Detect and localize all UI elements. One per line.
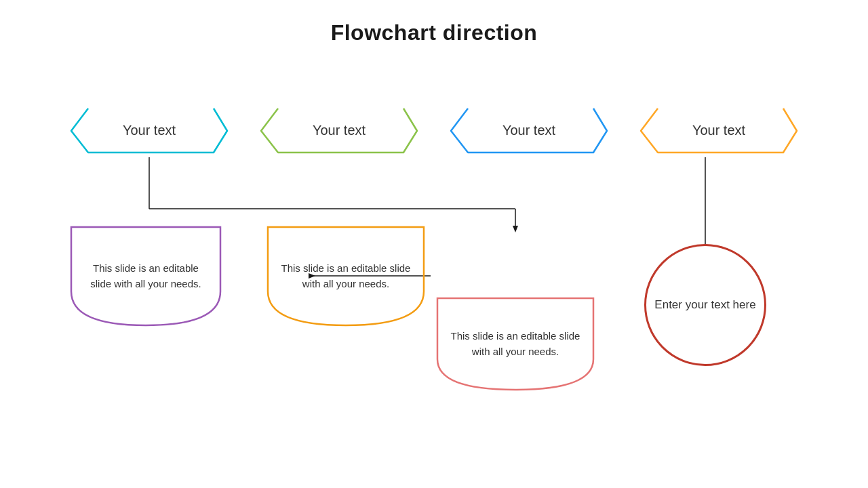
top-row: Your text Your text Your text Your text	[68, 105, 827, 156]
circle-label: Enter your text here	[654, 298, 755, 312]
arrow-label-4: Your text	[692, 123, 745, 138]
arrow-shape-1: Your text	[68, 105, 231, 156]
bottom-box-label-1: This slide is an editable slide with all…	[68, 254, 224, 298]
bottom-box-1: This slide is an editable slide with all…	[68, 224, 224, 329]
bottom-box-2: This slide is an editable slide with all…	[264, 224, 427, 329]
svg-marker-6	[513, 226, 518, 232]
arrow-label-1: Your text	[123, 123, 176, 138]
arrow-label-3: Your text	[502, 123, 555, 138]
bottom-box-label-2: This slide is an editable slide with all…	[264, 254, 427, 298]
arrow-shape-3: Your text	[448, 105, 610, 156]
page-title: Flowchart direction	[0, 0, 868, 45]
arrow-shape-4: Your text	[637, 105, 800, 156]
bottom-box-label-3: This slide is an editable slide with all…	[434, 322, 597, 366]
bottom-box-3: This slide is an editable slide with all…	[434, 295, 597, 393]
arrow-shape-2: Your text	[258, 105, 420, 156]
circle-shape: Enter your text here	[644, 244, 766, 366]
arrow-label-2: Your text	[313, 123, 366, 138]
